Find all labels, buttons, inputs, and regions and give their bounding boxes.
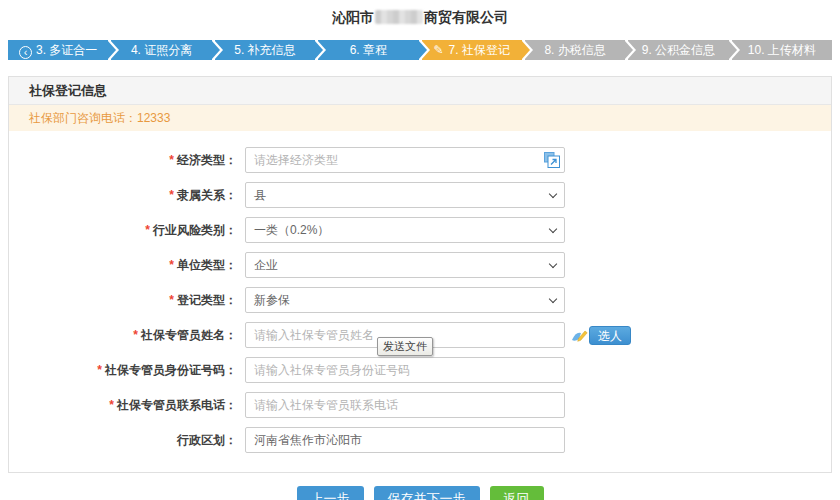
company-name-prefix: 沁阳市 — [332, 9, 374, 25]
step-3-multi-cert[interactable]: ‹3. 多证合一 — [8, 40, 108, 60]
economic-type-field — [245, 147, 565, 173]
step-4-license-separation[interactable]: 4. 证照分离 — [111, 40, 211, 60]
save-and-next-button[interactable]: 保存并下一步 — [374, 486, 480, 500]
step-label: 7. 社保登记 — [449, 43, 510, 57]
step-breadcrumb: ‹3. 多证合一 4. 证照分离 5. 补充信息 6. 章程 ✎7. 社保登记 … — [8, 40, 832, 60]
step-label: 10. 上传材料 — [748, 43, 816, 57]
return-button[interactable]: 返回 — [490, 486, 544, 500]
unit-type-field: 企业 — [245, 252, 565, 278]
required-mark: * — [145, 223, 150, 237]
person-picker-icon — [570, 328, 588, 343]
form-row-unit-type: *单位类型： 企业 — [9, 252, 831, 278]
field-label: *社保专管员联系电话： — [9, 397, 245, 414]
social-security-panel: 社保登记信息 社保部门咨询电话：12333 *经济类型： *隶属关系： — [8, 76, 832, 473]
back-circle-icon[interactable]: ‹ — [19, 46, 32, 59]
step-8-tax-info[interactable]: 8. 办税信息 — [525, 40, 625, 60]
page: 沁阳市商贸有限公司 ‹3. 多证合一 4. 证照分离 5. 补充信息 6. 章程… — [0, 0, 840, 500]
page-title: 沁阳市商贸有限公司 — [0, 0, 840, 27]
redacted-company-name — [375, 10, 423, 24]
affiliation-field: 县 — [245, 182, 565, 208]
social-security-form: *经济类型： *隶属关系： 县 — [9, 131, 831, 472]
drag-file-tooltip: 发送文件 — [377, 337, 433, 356]
registration-type-field: 新参保 — [245, 287, 565, 313]
previous-step-button[interactable]: 上一步 — [297, 486, 364, 500]
required-mark: * — [169, 153, 174, 167]
selected-value: 县 — [254, 187, 266, 204]
required-mark: * — [169, 258, 174, 272]
pencil-icon: ✎ — [433, 40, 443, 60]
step-label: 6. 章程 — [350, 43, 387, 57]
form-row-economic-type: *经济类型： — [9, 147, 831, 173]
required-mark: * — [97, 363, 102, 377]
step-5-supplementary-info[interactable]: 5. 补充信息 — [215, 40, 315, 60]
required-mark: * — [169, 188, 174, 202]
form-row-administrative-division: 行政区划： — [9, 427, 831, 453]
field-label: *社保专管员姓名： — [9, 327, 245, 344]
selected-value: 新参保 — [254, 292, 290, 309]
form-row-registration-type: *登记类型： 新参保 — [9, 287, 831, 313]
unit-type-select[interactable]: 企业 — [245, 252, 565, 278]
administrator-id-field — [245, 357, 565, 383]
economic-type-input[interactable] — [245, 147, 565, 173]
step-6-articles[interactable]: 6. 章程 — [318, 40, 418, 60]
required-mark: * — [109, 398, 114, 412]
form-row-industry-risk: *行业风险类别： 一类（0.2%） — [9, 217, 831, 243]
form-row-administrator-id-number: *社保专管员身份证号码： — [9, 357, 831, 383]
industry-risk-select[interactable]: 一类（0.2%） — [245, 217, 565, 243]
hotline-notice: 社保部门咨询电话：12333 — [9, 105, 831, 131]
step-label: 3. 多证合一 — [36, 43, 97, 57]
field-label: *经济类型： — [9, 152, 245, 169]
affiliation-select[interactable]: 县 — [245, 182, 565, 208]
field-label: *隶属关系： — [9, 187, 245, 204]
registration-type-select[interactable]: 新参保 — [245, 287, 565, 313]
picker-dialog-icon[interactable] — [543, 151, 561, 169]
choose-person-group: 选人 — [570, 326, 631, 345]
selected-value: 一类（0.2%） — [254, 222, 329, 239]
footer-actions: 上一步 保存并下一步 返回 — [0, 486, 840, 500]
required-mark: * — [169, 293, 174, 307]
step-label: 5. 补充信息 — [234, 43, 295, 57]
field-label: *行业风险类别： — [9, 222, 245, 239]
step-label: 8. 办税信息 — [544, 43, 605, 57]
administrative-division-input[interactable] — [245, 427, 565, 453]
administrator-id-input[interactable] — [245, 357, 565, 383]
administrator-phone-field — [245, 392, 565, 418]
step-10-upload-materials[interactable]: 10. 上传材料 — [732, 40, 832, 60]
company-name-suffix: 商贸有限公司 — [424, 9, 508, 25]
field-label: *单位类型： — [9, 257, 245, 274]
industry-risk-field: 一类（0.2%） — [245, 217, 565, 243]
form-row-affiliation: *隶属关系： 县 — [9, 182, 831, 208]
administrative-division-field — [245, 427, 565, 453]
step-label: 4. 证照分离 — [131, 43, 192, 57]
selected-value: 企业 — [254, 257, 278, 274]
field-label: 行政区划： — [9, 432, 245, 449]
required-mark: * — [133, 328, 138, 342]
field-label: *社保专管员身份证号码： — [9, 362, 245, 379]
form-row-administrator-phone: *社保专管员联系电话： — [9, 392, 831, 418]
panel-header: 社保登记信息 — [9, 77, 831, 105]
administrator-phone-input[interactable] — [245, 392, 565, 418]
step-7-social-security[interactable]: ✎7. 社保登记 — [422, 40, 522, 60]
step-label: 9. 公积金信息 — [642, 43, 715, 57]
choose-person-button[interactable]: 选人 — [589, 326, 631, 345]
field-label: *登记类型： — [9, 292, 245, 309]
step-9-housing-fund[interactable]: 9. 公积金信息 — [628, 40, 728, 60]
